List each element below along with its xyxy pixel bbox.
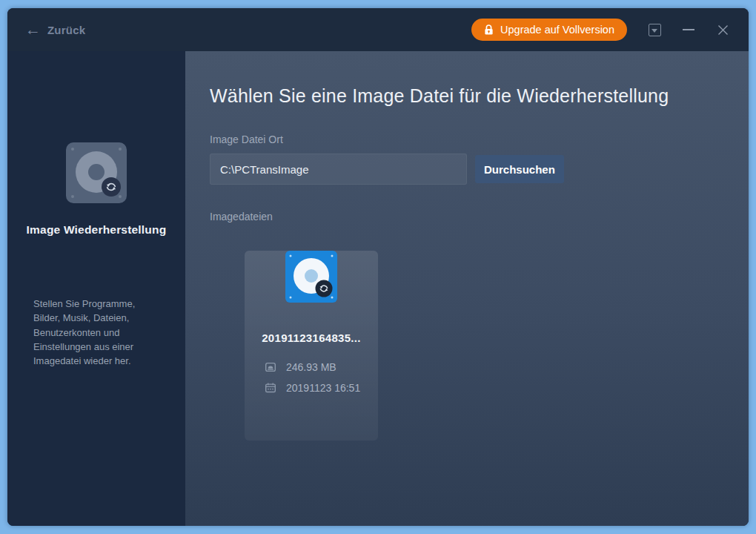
drive-icon bbox=[265, 361, 276, 373]
sidebar-description-line: Imagedatei wieder her. bbox=[33, 354, 167, 368]
dropdown-menu-button[interactable] bbox=[648, 23, 661, 36]
calendar-icon bbox=[265, 382, 276, 394]
close-button[interactable] bbox=[716, 23, 729, 36]
desktop-background: ← Zurück Upgrade auf Vollversion bbox=[0, 0, 756, 534]
sidebar-description-line: Benutzerkonten und bbox=[33, 326, 167, 340]
sidebar-feature-title: Image Wiederherstellung bbox=[7, 223, 185, 237]
upgrade-button[interactable]: Upgrade auf Vollversion bbox=[471, 19, 627, 41]
upgrade-label: Upgrade auf Vollversion bbox=[500, 24, 614, 36]
image-location-label: Image Datei Ort bbox=[210, 134, 749, 145]
lock-icon bbox=[484, 24, 494, 36]
sidebar-description-line: Bilder, Musik, Dateien, bbox=[33, 311, 167, 325]
image-file-disk-icon bbox=[285, 251, 337, 303]
page-title: Wählen Sie eine Image Datei für die Wied… bbox=[210, 83, 749, 108]
app-window: ← Zurück Upgrade auf Vollversion bbox=[7, 8, 749, 526]
image-file-date-row: 20191123 16:51 bbox=[245, 382, 378, 394]
back-label: Zurück bbox=[47, 24, 85, 36]
content-area: Image Wiederherstellung Stellen Sie Prog… bbox=[7, 51, 749, 526]
image-files-label: Imagedateien bbox=[210, 211, 749, 222]
title-bar: ← Zurück Upgrade auf Vollversion bbox=[7, 8, 749, 51]
image-path-input[interactable] bbox=[210, 154, 467, 185]
image-file-size: 246.93 MB bbox=[286, 361, 336, 373]
sidebar-description-line: Stellen Sie Programme, bbox=[33, 297, 167, 311]
main-panel: Wählen Sie eine Image Datei für die Wied… bbox=[185, 51, 749, 526]
back-button[interactable]: ← Zurück bbox=[25, 22, 85, 38]
minimize-button[interactable] bbox=[682, 23, 695, 36]
image-file-name: 20191123164835... bbox=[245, 332, 378, 344]
path-row: Durchsuchen bbox=[210, 154, 749, 185]
image-file-size-row: 246.93 MB bbox=[245, 361, 378, 373]
minimize-icon bbox=[683, 29, 694, 30]
browse-button[interactable]: Durchsuchen bbox=[475, 155, 564, 183]
close-icon bbox=[717, 24, 729, 36]
image-restore-disk-icon bbox=[66, 142, 127, 203]
back-arrow-icon: ← bbox=[25, 22, 41, 37]
chevron-down-icon bbox=[649, 24, 661, 36]
sidebar-description-line: Einstellungen aus einer bbox=[33, 340, 167, 354]
image-file-card[interactable]: 20191123164835... 246.93 MB bbox=[245, 251, 378, 441]
sidebar-description: Stellen Sie Programme, Bilder, Musik, Da… bbox=[33, 297, 167, 368]
sidebar: Image Wiederherstellung Stellen Sie Prog… bbox=[7, 51, 185, 526]
image-file-date: 20191123 16:51 bbox=[286, 382, 360, 394]
